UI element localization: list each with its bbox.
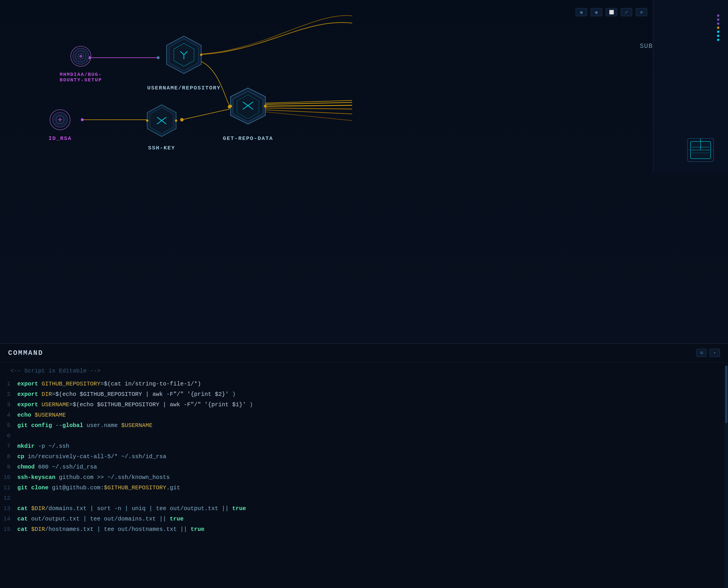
code-line-3: 3 export USERNAME=$(echo $GITHUB_REPOSIT… — [0, 400, 728, 411]
svg-point-12 — [81, 118, 84, 121]
code-line-12: 12 — [0, 493, 728, 504]
command-title: COMMAND — [8, 349, 43, 357]
code-line-8: 8 cp in/recursively-cat-all-5/* ~/.ssh/i… — [0, 452, 728, 462]
svg-line-2 — [182, 109, 229, 120]
code-line-9: 9 chmod 600 ~/.ssh/id_rsa — [0, 462, 728, 473]
line-num-2: 2 — [0, 391, 17, 398]
toolbar-btn-5[interactable]: ⊞ — [635, 8, 647, 16]
code-line-2: 2 export DIR=$(echo $GITHUB_REPOSITORY |… — [0, 390, 728, 400]
line-content-9: chmod 600 ~/.ssh/id_rsa — [17, 464, 97, 470]
scrollbar-thumb — [725, 365, 727, 423]
line-content-3: export USERNAME=$(echo $GITHUB_REPOSITOR… — [17, 401, 253, 408]
line-num-4: 4 — [0, 412, 17, 418]
node-ssh-key-label: SSH-KEY — [148, 145, 175, 151]
node-mhmdiaa[interactable]: MHMDIAA/BUG-BOUNTY-SETUP — [52, 45, 110, 83]
node-username-repo[interactable]: USERNAME/REPOSITORY — [147, 35, 221, 91]
rp-dot-7 — [717, 39, 719, 41]
scrollbar[interactable] — [725, 365, 728, 588]
cmd-expand-btn[interactable]: ⧉ — [696, 349, 707, 357]
line-num-5: 5 — [0, 422, 17, 429]
line-num-9: 9 — [0, 464, 17, 470]
code-line-10: 10 ssh-keyscan github.com >> ~/.ssh/know… — [0, 473, 728, 483]
svg-point-36 — [200, 54, 202, 56]
node-username-repo-icon — [164, 35, 204, 81]
svg-point-54 — [264, 105, 267, 108]
line-content-15: cat $DIR/hostnames.txt | tee out/hostnam… — [17, 526, 204, 532]
svg-line-8 — [261, 111, 352, 121]
node-id-rsa-icon — [48, 108, 72, 131]
node-mhmdiaa-icon — [69, 45, 93, 68]
toolbar-btn-1[interactable]: ▣ — [575, 8, 587, 16]
node-get-repo-data-icon — [228, 87, 268, 131]
line-num-6: 6 — [0, 433, 17, 439]
code-line-1: 1 export GITHUB_REPOSITORY=$(cat in/stri… — [0, 379, 728, 390]
node-ssh-key-icon — [144, 103, 179, 141]
node-id-rsa-label: ID_RSA — [48, 135, 72, 142]
sub-label: SUB — [640, 43, 653, 50]
line-num-7: 7 — [0, 443, 17, 449]
rp-dot-3 — [717, 22, 719, 25]
code-line-13: 13 cat $DIR/domains.txt | sort -n | uniq… — [0, 504, 728, 514]
svg-point-14 — [180, 118, 184, 122]
svg-line-5 — [261, 105, 352, 106]
node-get-repo-data-label: GET-REPO-DATA — [223, 135, 273, 142]
line-content-11: git clone git@github.com:$GITHUB_REPOSIT… — [17, 484, 180, 491]
code-line-5: 5 git config --global user.name $USERNAM… — [0, 421, 728, 431]
rp-dot-2 — [717, 19, 719, 21]
toolbar-top-right: ▣ ▣ ⬜ ⤢ ⊞ — [575, 8, 647, 16]
node-mhmdiaa-label: MHMDIAA/BUG-BOUNTY-SETUP — [52, 72, 110, 83]
svg-point-29 — [79, 55, 82, 58]
line-num-11: 11 — [0, 484, 17, 491]
toolbar-btn-3[interactable]: ⬜ — [606, 8, 617, 16]
command-header: COMMAND ⧉ ▾ — [0, 344, 728, 362]
svg-line-3 — [261, 100, 352, 103]
line-num-1: 1 — [0, 381, 17, 387]
line-num-10: 10 — [0, 474, 17, 481]
code-area: 1 export GITHUB_REPOSITORY=$(cat in/stri… — [0, 377, 728, 538]
code-line-11: 11 git clone git@github.com:$GITHUB_REPO… — [0, 483, 728, 493]
toolbar-btn-2[interactable]: ▣ — [591, 8, 602, 16]
canvas-area: ▣ ▣ ⬜ ⤢ ⊞ SUB MHMDIAA/BUG-BOUNTY-SETUP — [0, 0, 728, 343]
line-content-2: export DIR=$(echo $GITHUB_REPOSITORY | a… — [17, 391, 236, 398]
line-num-12: 12 — [0, 495, 17, 501]
cmd-dropdown-btn[interactable]: ▾ — [709, 349, 720, 357]
line-content-8: cp in/recursively-cat-all-5/* ~/.ssh/id_… — [17, 453, 166, 460]
rp-dot-1 — [717, 15, 719, 17]
svg-point-46 — [146, 120, 148, 122]
line-content-1: export GITHUB_REPOSITORY=$(cat in/string… — [17, 381, 201, 387]
node-get-repo-data[interactable]: GET-REPO-DATA — [223, 87, 273, 142]
line-num-14: 14 — [0, 516, 17, 522]
rp-dots — [717, 15, 719, 41]
node-username-repo-label: USERNAME/REPOSITORY — [147, 85, 221, 91]
svg-point-47 — [175, 120, 177, 122]
line-content-10: ssh-keyscan github.com >> ~/.ssh/known_h… — [17, 474, 170, 481]
node-ssh-key[interactable]: SSH-KEY — [144, 103, 179, 151]
circuit-deco — [670, 115, 728, 173]
line-content-7: mkdir -p ~/.ssh — [17, 443, 69, 449]
code-line-15: 15 cat $DIR/hostnames.txt | tee out/host… — [0, 525, 728, 535]
line-num-13: 13 — [0, 505, 17, 512]
line-num-15: 15 — [0, 526, 17, 532]
command-header-right: ⧉ ▾ — [696, 349, 720, 357]
svg-line-4 — [261, 102, 352, 104]
code-line-14: 14 cat out/output.txt | tee out/domains.… — [0, 514, 728, 525]
rp-dot-6 — [717, 35, 719, 37]
code-line-4: 4 echo $USERNAME — [0, 411, 728, 421]
svg-point-53 — [229, 105, 232, 108]
right-panel — [653, 0, 728, 173]
script-comment: <-- Script is Editable --> — [0, 362, 728, 377]
line-num-8: 8 — [0, 453, 17, 460]
line-num-3: 3 — [0, 401, 17, 408]
command-panel: COMMAND ⧉ ▾ <-- Script is Editable --> 1… — [0, 343, 728, 588]
line-content-4: echo $USERNAME — [17, 412, 66, 418]
rp-dot-5 — [717, 30, 719, 33]
svg-line-7 — [261, 110, 352, 114]
code-line-7: 7 mkdir -p ~/.ssh — [0, 442, 728, 452]
line-content-5: git config --global user.name $USERNAME — [17, 422, 153, 429]
code-line-6: 6 — [0, 431, 728, 442]
svg-line-6 — [261, 108, 352, 109]
line-content-14: cat out/output.txt | tee out/domains.txt… — [17, 516, 184, 522]
rp-dot-4 — [717, 26, 719, 29]
node-id-rsa[interactable]: ID_RSA — [48, 108, 72, 142]
toolbar-btn-4[interactable]: ⤢ — [621, 8, 632, 16]
